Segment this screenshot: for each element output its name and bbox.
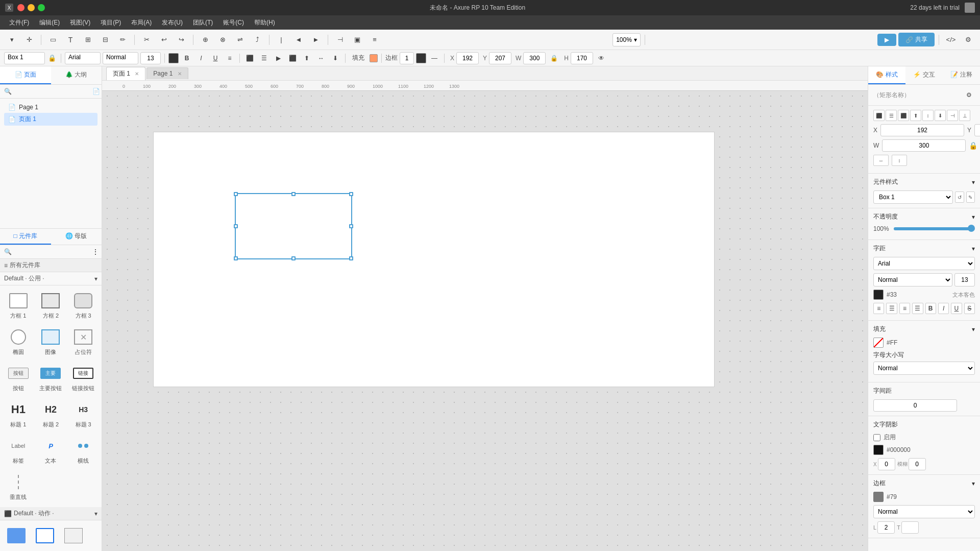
text-tool[interactable]: T <box>63 33 78 47</box>
window-max-btn[interactable] <box>38 4 45 11</box>
menu-team[interactable]: 团队(T) <box>188 16 218 29</box>
border-l-input[interactable] <box>877 521 895 534</box>
text-align-left-btn[interactable]: ≡ <box>873 303 884 314</box>
right-tab-style[interactable]: 🎨 样式 <box>868 66 905 84</box>
component-box2[interactable]: 方框 2 <box>37 290 65 322</box>
handle-bottom-center[interactable] <box>291 256 296 260</box>
menu-layout[interactable]: 布局(A) <box>126 16 157 29</box>
zoom-dropdown[interactable]: 100% ▾ <box>612 33 641 46</box>
connect-tool[interactable]: ⇌ <box>232 33 248 47</box>
valign-bottom-btn[interactable]: ⬇ <box>329 52 341 64</box>
window-close-btn[interactable] <box>17 4 24 11</box>
insert-component-tool[interactable]: ⊕ <box>198 33 213 47</box>
page-search-input[interactable] <box>14 88 90 95</box>
redo-tool[interactable]: ↩ <box>156 33 172 47</box>
bold-btn[interactable]: B <box>181 52 193 64</box>
border-style-btn[interactable]: — <box>428 52 440 64</box>
component-layer1[interactable] <box>4 524 29 547</box>
lock-icon-btn[interactable]: 🔒 <box>47 53 57 63</box>
align-right-icon-btn[interactable]: ⬛ <box>898 110 909 121</box>
insert-image-tool[interactable]: ⊗ <box>215 33 230 47</box>
text-align-right-btn[interactable]: ≡ <box>899 303 910 314</box>
font-color-box[interactable] <box>873 290 884 300</box>
code-view-btn[interactable]: </> <box>943 33 959 47</box>
cut-tool[interactable]: ✂ <box>139 33 154 47</box>
component-search-input[interactable] <box>14 248 90 255</box>
menu-edit[interactable]: 编辑(E) <box>34 16 65 29</box>
settings-btn[interactable]: ⚙ <box>961 33 976 47</box>
menu-publish[interactable]: 发布(U) <box>157 16 188 29</box>
text-italic-btn[interactable]: I <box>938 303 949 314</box>
y-coord-input[interactable] <box>489 52 511 64</box>
component-h3[interactable]: H3 标题 3 <box>69 398 97 430</box>
handle-top-center[interactable] <box>291 192 296 196</box>
text-align-justify-btn[interactable]: ☰ <box>912 303 923 314</box>
lock-aspect-btn[interactable]: 🔒 <box>548 52 560 64</box>
canvas-tab-page2[interactable]: Page 1 ✕ <box>146 67 188 79</box>
letter-spacing-input[interactable] <box>873 399 957 412</box>
lock-wh-icon[interactable]: 🔒 <box>969 141 977 150</box>
align-right-tool[interactable]: ► <box>308 33 324 47</box>
widget-tool[interactable]: ⊞ <box>80 33 95 47</box>
border-color-swatch[interactable] <box>416 53 426 63</box>
pos-y-input[interactable] <box>974 124 980 136</box>
play-button[interactable]: ▶ <box>877 34 896 46</box>
share-button[interactable]: 🔗 共享 <box>898 33 935 46</box>
valign-top-btn[interactable]: ⬆ <box>301 52 313 64</box>
select-tool[interactable]: ▾ <box>4 33 19 47</box>
tab-outline[interactable]: 🌲 大纲 <box>51 66 102 84</box>
font-size-input[interactable]: 13 <box>140 52 161 64</box>
component-h2[interactable]: H2 标题 2 <box>37 398 65 430</box>
text-bold-btn[interactable]: B <box>925 303 936 314</box>
component-label[interactable]: Label 标签 <box>4 435 33 467</box>
align-bottom-btn[interactable]: ⬇ <box>935 110 946 121</box>
style-edit-btn[interactable]: ✎ <box>966 191 975 203</box>
align-right-btn[interactable]: ▶ <box>272 52 284 64</box>
component-placeholder[interactable]: 占位符 <box>69 326 97 358</box>
underline-btn[interactable]: U <box>209 52 222 64</box>
page-item-page2[interactable]: 📄 页面 1 <box>4 113 97 126</box>
w-coord-input[interactable] <box>523 52 546 64</box>
border-width-input[interactable] <box>400 52 414 64</box>
component-hline[interactable]: 横线 <box>69 435 97 467</box>
font-color-swatch[interactable] <box>168 53 179 63</box>
align-left-icon-btn[interactable]: ⬛ <box>873 110 885 121</box>
handle-bottom-left[interactable] <box>234 256 238 260</box>
group-tool[interactable]: ▣ <box>350 33 365 47</box>
font-family-select[interactable]: Arial <box>873 257 975 270</box>
canvas-content[interactable] <box>102 91 868 551</box>
fill-expand[interactable]: ▾ <box>972 326 975 333</box>
element-style-expand[interactable]: ▾ <box>972 179 975 186</box>
font-style-select[interactable]: Normal Bold Italic <box>873 273 952 286</box>
distribute-tool[interactable]: ⊣ <box>332 33 348 47</box>
shadow-color-box[interactable] <box>873 445 884 455</box>
handle-top-right[interactable] <box>349 192 353 196</box>
text-align-center-btn[interactable]: ☰ <box>886 303 897 314</box>
style-reset-btn[interactable]: ↺ <box>955 191 964 203</box>
component-box1[interactable]: 方框 1 <box>4 290 33 322</box>
list-btn[interactable]: ≡ <box>224 52 236 64</box>
flow-tool[interactable]: ⤴ <box>250 33 265 47</box>
border-t-input[interactable] <box>901 521 919 534</box>
lock-tool[interactable]: | <box>274 33 289 47</box>
component-image[interactable]: 图像 <box>37 326 65 358</box>
component-layer2[interactable] <box>33 524 57 547</box>
component-circle[interactable]: 椭圆 <box>4 326 33 358</box>
close-btn[interactable] <box>965 3 975 13</box>
canvas-tab-page1[interactable]: 页面 1 ✕ <box>106 67 145 80</box>
component-h1[interactable]: H1 标题 1 <box>4 398 33 430</box>
font-size-right-input[interactable] <box>954 273 975 286</box>
case-select[interactable]: Normal Uppercase Lowercase <box>873 362 975 375</box>
handle-middle-left[interactable] <box>234 224 238 228</box>
menu-view[interactable]: 视图(V) <box>65 16 95 29</box>
add-page-icon[interactable]: 📄 <box>92 88 100 95</box>
shape-name-edit-btn[interactable]: ⚙ <box>963 89 975 101</box>
handle-top-left[interactable] <box>234 192 238 196</box>
tab-masters[interactable]: 🌐 母版 <box>51 229 102 245</box>
component-btn[interactable]: 按钮 按钮 <box>4 362 33 394</box>
shadow-x-input[interactable] <box>878 458 895 470</box>
handle-middle-right[interactable] <box>349 224 353 228</box>
opacity-slider-track[interactable] <box>894 227 975 230</box>
align-center-btn[interactable]: ☰ <box>258 52 270 64</box>
menu-project[interactable]: 项目(P) <box>95 16 126 29</box>
